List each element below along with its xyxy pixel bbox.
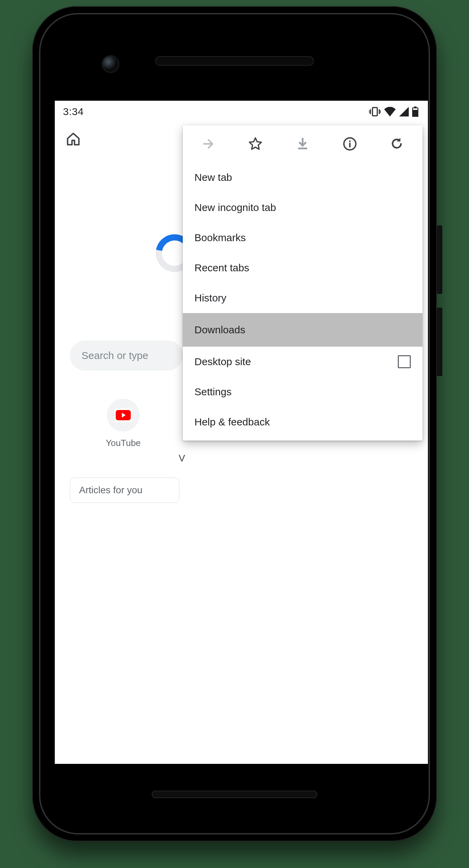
bottom-speaker	[152, 791, 317, 797]
menu-item-label: New tab	[194, 172, 232, 183]
bookmark-button[interactable]	[241, 129, 270, 159]
shortcut-youtube-circle	[107, 399, 140, 432]
vibrate-icon	[369, 107, 381, 116]
forward-arrow-icon	[202, 137, 215, 151]
status-icons	[369, 107, 418, 117]
wifi-icon	[384, 107, 396, 116]
reload-icon	[390, 137, 404, 151]
screen: 3:34	[55, 101, 428, 764]
menu-item-settings[interactable]: Settings	[183, 377, 422, 407]
menu-item-label: Settings	[194, 386, 231, 398]
status-clock: 3:34	[63, 106, 84, 117]
home-icon	[66, 132, 81, 147]
page-info-button[interactable]	[335, 129, 365, 159]
menu-item-recent-tabs[interactable]: Recent tabs	[183, 253, 422, 283]
svg-rect-6	[414, 107, 417, 108]
forward-button[interactable]	[194, 129, 223, 159]
front-camera	[103, 56, 118, 72]
svg-rect-0	[372, 108, 377, 116]
menu-item-label: History	[194, 292, 226, 304]
volume-down-button	[437, 308, 442, 376]
menu-item-new-incognito[interactable]: New incognito tab	[183, 193, 422, 223]
svg-rect-7	[413, 108, 418, 110]
search-input[interactable]: Search or type	[70, 340, 183, 371]
menu-item-downloads[interactable]: Downloads	[183, 313, 422, 347]
search-placeholder: Search or type	[81, 350, 148, 361]
menu-item-desktop-site[interactable]: Desktop site	[183, 347, 422, 377]
star-icon	[248, 137, 263, 151]
volume-up-button	[437, 225, 442, 294]
menu-item-label: Desktop site	[194, 356, 251, 368]
status-bar: 3:34	[55, 101, 428, 123]
cellular-icon	[399, 107, 409, 116]
articles-for-you-label: Articles for you	[79, 485, 142, 496]
desktop-site-checkbox[interactable]	[398, 355, 411, 368]
menu-item-label: Help & feedback	[194, 416, 270, 428]
svg-point-10	[349, 140, 351, 142]
menu-item-label: New incognito tab	[194, 202, 276, 213]
overflow-menu: New tab New incognito tab Bookmarks Rece…	[183, 125, 422, 441]
shortcut-youtube-label: YouTube	[92, 438, 154, 448]
reload-button[interactable]	[382, 129, 411, 159]
battery-icon	[412, 107, 418, 117]
menu-item-label: Downloads	[194, 324, 245, 336]
phone-bezel: 3:34	[39, 13, 430, 834]
download-button[interactable]	[288, 129, 317, 159]
earpiece-speaker	[156, 57, 313, 65]
phone-frame: 3:34	[32, 6, 437, 841]
articles-for-you-card[interactable]: Articles for you	[70, 478, 179, 503]
menu-item-new-tab[interactable]: New tab	[183, 162, 422, 193]
menu-item-history[interactable]: History	[183, 283, 422, 313]
youtube-icon	[116, 410, 131, 420]
home-button[interactable]	[61, 127, 86, 151]
download-icon	[296, 137, 309, 151]
menu-item-help[interactable]: Help & feedback	[183, 407, 422, 437]
menu-item-label: Recent tabs	[194, 262, 249, 274]
info-icon	[343, 137, 357, 151]
shortcut-youtube[interactable]: YouTube	[92, 399, 154, 448]
shortcut-cut-letter: V	[179, 453, 185, 464]
menu-item-bookmarks[interactable]: Bookmarks	[183, 223, 422, 253]
menu-icon-row	[183, 125, 422, 162]
menu-item-label: Bookmarks	[194, 232, 246, 244]
